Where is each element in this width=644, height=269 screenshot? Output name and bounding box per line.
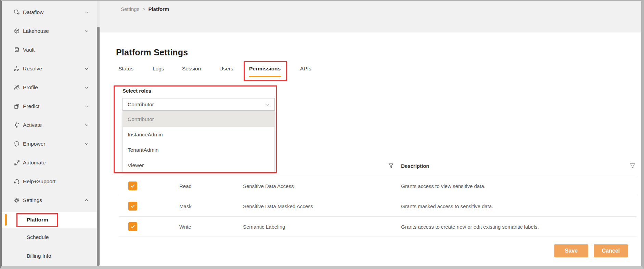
roles-dropdown: Contributor InstanceAdmin TenantAdmin Vi…	[123, 111, 275, 173]
sidebar-item-label: Settings	[23, 197, 42, 203]
sidebar-item-label: Empower	[23, 141, 45, 147]
chevron-down-icon	[84, 104, 89, 109]
table-row: Read Sensitive Data Access Grants access…	[119, 176, 637, 196]
breadcrumb-separator-icon: >	[142, 6, 145, 12]
sidebar-item-label: Vault	[23, 47, 35, 53]
sidebar-subitem-label: Schedule	[27, 234, 49, 240]
roles-option-viewer[interactable]: Viewer	[123, 158, 274, 173]
row-checkbox-checked[interactable]	[128, 222, 137, 231]
breadcrumb: Settings > Platform	[121, 6, 169, 12]
tab-apis[interactable]: APIs	[300, 65, 311, 72]
sidebar-item-label: Predict	[23, 103, 39, 109]
sidebar-item-predict[interactable]: Predict	[2, 97, 97, 116]
permission-cell: Read	[179, 183, 192, 189]
row-checkbox-checked[interactable]	[128, 202, 137, 211]
permission-name-cell: Sensitive Data Access	[243, 183, 294, 189]
table-row: Mask Sensitive Data Masked Access Grants…	[119, 196, 637, 216]
chevron-down-icon	[84, 122, 89, 128]
main-content: Settings > Platform Platform Settings St…	[100, 1, 641, 266]
permissions-table: Read Sensitive Data Access Grants access…	[119, 176, 637, 237]
save-button[interactable]: Save	[554, 244, 588, 257]
chevron-down-icon	[84, 10, 89, 15]
permission-cell: Write	[179, 224, 191, 229]
headset-icon	[13, 178, 21, 185]
chevron-down-icon	[84, 66, 89, 71]
breadcrumb-settings[interactable]: Settings	[121, 6, 139, 12]
tab-session[interactable]: Session	[182, 65, 201, 72]
active-indicator	[5, 214, 7, 226]
description-cell: Grants masked access to sensitive data.	[401, 203, 493, 209]
sidebar-item-dataflow[interactable]: Dataflow	[2, 3, 97, 22]
sidebar-item-vault[interactable]: Vault	[2, 40, 97, 59]
filter-icon[interactable]	[630, 163, 635, 169]
profile-icon	[13, 84, 21, 91]
sidebar-item-automate[interactable]: Automate	[2, 153, 97, 172]
sidebar-nav: Dataflow Lakehouse	[2, 3, 97, 210]
sidebar-item-settings[interactable]: Settings	[2, 191, 97, 210]
sidebar-item-label: Resolve	[23, 66, 42, 72]
roles-select-value: Contributor	[128, 102, 154, 108]
tab-permissions[interactable]: Permissions	[249, 65, 281, 72]
header-band: Settings > Platform	[100, 1, 641, 32]
sidebar-item-label: Help+Support	[23, 178, 55, 185]
chevron-down-icon	[84, 141, 89, 147]
sidebar-scrollbar[interactable]	[97, 1, 100, 266]
empower-icon	[13, 140, 21, 147]
description-header: Description	[401, 163, 429, 169]
breadcrumb-current: Platform	[148, 6, 169, 12]
scrollbar-thumb[interactable]	[97, 27, 100, 266]
sidebar-subitem-label: Billing Info	[27, 253, 51, 259]
app-window: Dataflow Lakehouse	[0, 0, 644, 269]
filter-icon[interactable]	[388, 163, 394, 169]
chevron-up-icon	[84, 198, 89, 203]
sidebar-item-label: Automate	[23, 160, 46, 166]
permission-name-cell: Semantic Labeling	[243, 224, 285, 229]
sidebar-subitem-label: Platform	[27, 217, 48, 223]
cancel-button[interactable]: Cancel	[594, 244, 628, 257]
description-cell: Grants access to create new or edit exis…	[401, 224, 539, 229]
lakehouse-icon	[13, 28, 21, 35]
tab-status[interactable]: Status	[118, 65, 133, 72]
description-cell: Grants access to view sensitive data.	[401, 183, 486, 189]
sidebar-item-resolve[interactable]: Resolve	[2, 59, 97, 78]
sidebar-item-label: Activate	[23, 122, 42, 128]
activate-icon	[13, 122, 21, 129]
roles-option-instanceadmin[interactable]: InstanceAdmin	[123, 127, 274, 142]
sidebar-item-profile[interactable]: Profile	[2, 78, 97, 97]
sidebar-item-lakehouse[interactable]: Lakehouse	[2, 22, 97, 40]
predict-icon	[13, 103, 21, 110]
roles-select[interactable]: Contributor	[123, 98, 275, 111]
active-tab-underline	[249, 76, 281, 77]
permission-cell: Mask	[179, 203, 192, 209]
sidebar-subitem-platform[interactable]: Platform	[2, 212, 97, 228]
tab-logs[interactable]: Logs	[153, 65, 164, 72]
table-row: Write Semantic Labeling Grants access to…	[119, 217, 637, 237]
sidebar-item-empower[interactable]: Empower	[2, 134, 97, 153]
dataflow-icon	[13, 9, 21, 16]
sidebar-item-label: Profile	[23, 84, 38, 91]
select-roles-label: Select roles	[123, 88, 151, 94]
automate-icon	[13, 159, 21, 166]
row-checkbox-checked[interactable]	[128, 181, 137, 190]
roles-option-contributor[interactable]: Contributor	[123, 111, 274, 127]
roles-option-tenantadmin[interactable]: TenantAdmin	[123, 142, 274, 158]
sidebar: Dataflow Lakehouse	[2, 1, 97, 266]
gear-icon	[13, 197, 21, 204]
page-title: Platform Settings	[116, 48, 188, 57]
chevron-down-icon	[84, 85, 89, 90]
tab-users[interactable]: Users	[219, 65, 233, 72]
sidebar-item-activate[interactable]: Activate	[2, 116, 97, 134]
sidebar-subitem-schedule[interactable]: Schedule	[2, 228, 97, 246]
resolve-icon	[13, 65, 21, 72]
chevron-down-icon	[264, 102, 270, 108]
sidebar-item-help-support[interactable]: Help+Support	[2, 172, 97, 191]
chevron-down-icon	[84, 28, 89, 34]
sidebar-item-label: Lakehouse	[23, 28, 49, 34]
sidebar-item-label: Dataflow	[23, 9, 43, 15]
sidebar-subitem-billing-info[interactable]: Billing Info	[2, 246, 97, 265]
permission-name-cell: Sensitive Data Masked Access	[243, 203, 313, 209]
vault-icon	[13, 46, 21, 53]
